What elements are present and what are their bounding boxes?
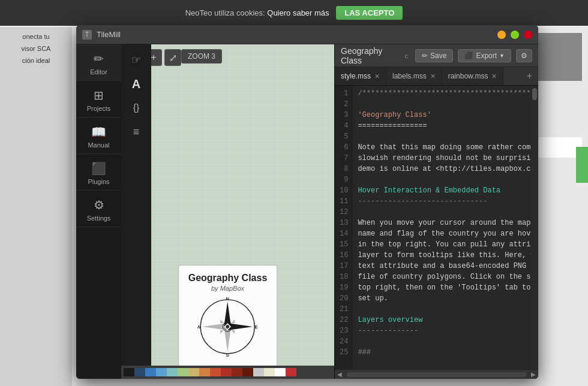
line-numbers: 1234567891011121314151617181920212223242… <box>335 86 353 369</box>
scrollbar-thumb[interactable] <box>532 88 537 100</box>
text-tool-button[interactable]: A <box>125 73 147 95</box>
projects-icon: ⊞ <box>94 88 104 102</box>
left-icons-bar: ☞ A {} ≡ <box>121 44 151 366</box>
window-controls: − □ × <box>497 31 532 39</box>
sidebar-label-projects: Projects <box>87 105 111 112</box>
color-swatch[interactable] <box>264 368 275 376</box>
map-legend: Geography Class by MapBox <box>178 265 278 367</box>
color-swatch[interactable] <box>145 368 156 376</box>
code-content[interactable]: /***************************************… <box>353 86 531 369</box>
code-line: ### <box>358 347 526 358</box>
tab-style-mss-label: style.mss <box>341 72 371 80</box>
code-tool-button[interactable]: {} <box>125 97 147 119</box>
editor-tabs: style.mss ✕ labels.mss ✕ rainbow.mss ✕ + <box>335 67 538 86</box>
color-swatch[interactable] <box>275 368 286 376</box>
line-number: 21 <box>340 304 348 315</box>
code-line: set up. <box>358 293 526 304</box>
svg-marker-9 <box>210 309 224 323</box>
code-editor[interactable]: 1234567891011121314151617181920212223242… <box>335 86 538 369</box>
sidebar-item-projects[interactable]: ⊞ Projects <box>76 81 121 117</box>
svg-text:S: S <box>226 352 230 357</box>
code-line: -------------- <box>358 325 526 336</box>
code-line: When you move your cursor around the map… <box>358 218 526 228</box>
code-line: name and flag of the country you are hov… <box>358 228 526 239</box>
svg-marker-5 <box>227 323 253 330</box>
color-swatch[interactable] <box>156 368 167 376</box>
tab-rainbow-mss[interactable]: rainbow.mss ✕ <box>442 67 504 85</box>
code-line <box>358 336 526 347</box>
editor-settings-button[interactable]: ⚙ <box>516 49 532 62</box>
tab-style-mss-close[interactable]: ✕ <box>374 73 380 80</box>
accept-cookies-button[interactable]: LAS ACEPTO <box>336 6 403 20</box>
tab-style-mss[interactable]: style.mss ✕ <box>335 67 386 85</box>
color-swatch[interactable] <box>199 368 210 376</box>
color-swatch[interactable] <box>221 368 232 376</box>
export-button[interactable]: ⬛ Export ▼ <box>458 49 511 62</box>
svg-marker-6 <box>202 323 227 330</box>
line-number: 15 <box>340 239 348 250</box>
map-legend-title: Geography Class <box>188 273 268 284</box>
sidebar-item-editor[interactable]: ✏ Editor <box>76 44 121 81</box>
scrollbar-track[interactable] <box>347 372 526 377</box>
layers-tool-button[interactable]: ≡ <box>125 121 147 143</box>
zoom-label: ZOOM 3 <box>181 49 222 64</box>
line-number: 6 <box>340 142 348 153</box>
code-line <box>358 174 526 185</box>
color-swatch[interactable] <box>134 368 145 376</box>
svg-text:E: E <box>255 324 258 330</box>
horizontal-scrollbar[interactable]: ◀ ▶ <box>335 369 538 379</box>
export-label: Export <box>476 52 497 60</box>
color-swatch[interactable] <box>242 368 253 376</box>
line-number: 9 <box>340 174 348 185</box>
line-number: 5 <box>340 131 348 142</box>
save-button[interactable]: ✏ Save <box>415 49 453 62</box>
svg-text:N: N <box>226 297 230 301</box>
window-title: TileMill <box>97 30 497 39</box>
tab-rainbow-mss-label: rainbow.mss <box>448 72 488 80</box>
code-line: text attribute and a base64-encoded PNG … <box>358 261 526 272</box>
line-number: 19 <box>340 282 348 293</box>
code-line: file of country polygons. Click on the s… <box>358 272 526 282</box>
color-swatch[interactable] <box>232 368 242 376</box>
color-swatch[interactable] <box>167 368 178 376</box>
color-swatch[interactable] <box>188 368 199 376</box>
compass-rose: N S E W <box>197 297 257 357</box>
settings-icon: ⚙ <box>94 198 104 212</box>
line-number: 12 <box>340 207 348 218</box>
svg-marker-10 <box>231 330 245 344</box>
fullscreen-button[interactable]: ⤢ <box>164 49 181 66</box>
line-number: 7 <box>340 153 348 164</box>
line-number: 20 <box>340 293 348 304</box>
map-area[interactable]: − + ⤢ ZOOM 3 ☞ A {} ≡ Geography Class by… <box>121 44 334 379</box>
minimize-button[interactable]: − <box>497 31 506 39</box>
editor-header: Geography Class c ✏ Save ⬛ Export ▼ ⚙ <box>335 44 538 67</box>
color-swatch[interactable] <box>253 368 264 376</box>
sidebar-label-settings: Settings <box>87 215 111 222</box>
code-line <box>358 99 526 110</box>
sidebar-item-plugins[interactable]: ⬛ Plugins <box>76 154 121 191</box>
bg-left-col: onecta tu visor SCA ción ideal <box>0 27 72 386</box>
cookie-link[interactable]: Quiero saber más <box>267 8 329 17</box>
color-swatch[interactable] <box>286 368 296 376</box>
sidebar-item-settings[interactable]: ⚙ Settings <box>76 191 121 227</box>
tab-labels-mss-label: labels.mss <box>392 72 427 80</box>
tab-labels-mss[interactable]: labels.mss ✕ <box>386 67 442 85</box>
color-swatch[interactable] <box>178 368 188 376</box>
editor-icon: ✏ <box>94 52 104 66</box>
color-swatch[interactable] <box>210 368 221 376</box>
tab-rainbow-mss-close[interactable]: ✕ <box>491 73 497 80</box>
code-line <box>358 207 526 218</box>
save-label: Save <box>430 52 446 60</box>
tab-labels-mss-close[interactable]: ✕ <box>430 73 436 80</box>
export-icon: ⬛ <box>464 52 473 60</box>
maximize-button[interactable]: □ <box>511 31 519 39</box>
scroll-right-button[interactable]: ▶ <box>529 370 538 379</box>
cursor-tool-button[interactable]: ☞ <box>125 49 147 71</box>
sidebar-item-manual[interactable]: 📖 Manual <box>76 117 121 154</box>
color-swatch[interactable] <box>124 368 134 376</box>
close-button[interactable]: × <box>524 31 532 39</box>
vertical-scrollbar[interactable] <box>531 86 538 369</box>
scroll-left-button[interactable]: ◀ <box>335 370 344 379</box>
bg-green-btn <box>576 147 588 183</box>
add-tab-button[interactable]: + <box>521 67 538 85</box>
